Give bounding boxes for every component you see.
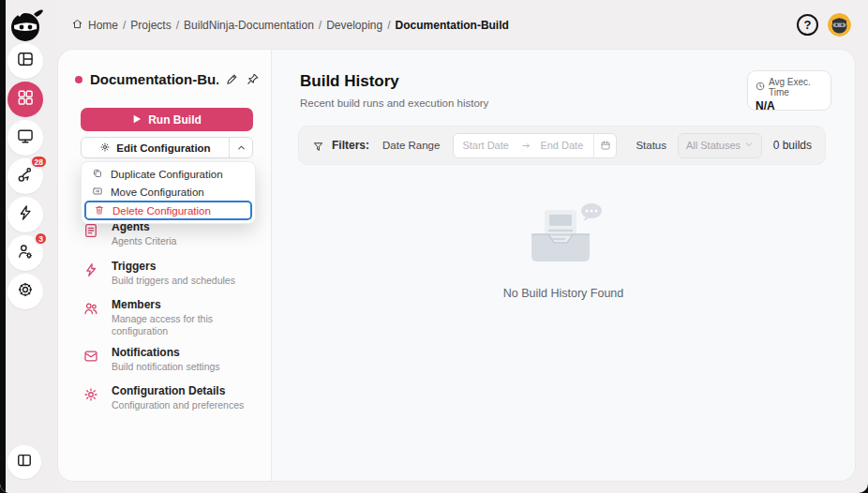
avatar[interactable]: [828, 13, 851, 37]
edit-pencil-icon[interactable]: [225, 72, 239, 86]
status-select[interactable]: All Statuses: [678, 133, 762, 158]
breadcrumb-item-current: Documentation-Build: [396, 19, 509, 32]
play-icon: [132, 113, 142, 127]
sidebar-item-projects[interactable]: [7, 82, 43, 117]
filters-label: Filters:: [332, 139, 369, 152]
nav-item-subtitle: Build triggers and schedules: [112, 275, 235, 287]
sidebar-item-actions[interactable]: [7, 197, 43, 232]
configuration-title-row: Documentation-Bu...: [75, 71, 260, 87]
pipeline-branch-icon: [16, 165, 35, 187]
config-gear-icon: [82, 386, 99, 403]
panel-toggle-icon: [15, 451, 34, 473]
trigger-lightning-icon: [82, 261, 99, 278]
content-card: Documentation-Bu... Run Build: [58, 50, 855, 481]
chevron-up-icon: [236, 140, 247, 157]
trash-icon: [94, 204, 105, 217]
nav-item-subtitle: Agents Criteria: [112, 235, 176, 247]
app-window: 28 3: [0, 0, 868, 493]
pin-icon[interactable]: [246, 72, 260, 86]
empty-state: No Build History Found: [272, 202, 855, 300]
start-date-input[interactable]: Start Date: [454, 134, 521, 157]
arrow-right-icon: [521, 134, 531, 157]
nav-item-subtitle: Configuration and preferences: [112, 399, 244, 411]
sidebar-item-settings[interactable]: [7, 274, 43, 309]
build-history-panel: Build History Recent build runs and exec…: [272, 50, 855, 481]
menu-item-label: Duplicate Configuration: [111, 169, 223, 180]
config-nav-triggers[interactable]: Triggers Build triggers and schedules: [82, 260, 263, 287]
status-select-value: All Statuses: [686, 140, 741, 151]
edit-configuration-main[interactable]: Edit Configuration: [82, 138, 229, 157]
user-gear-icon: [16, 242, 35, 264]
page-title: Build History: [300, 72, 399, 91]
empty-state-message: No Build History Found: [503, 287, 624, 300]
breadcrumb-separator: /: [319, 19, 322, 32]
document-icon: [82, 222, 99, 239]
breadcrumb-item-subproject[interactable]: Developing: [326, 19, 382, 32]
breadcrumb-item-project[interactable]: BuildNinja-Documentation: [184, 19, 314, 32]
help-button[interactable]: ?: [797, 14, 818, 36]
pipelines-badge: 28: [30, 155, 48, 169]
edit-configuration-button[interactable]: Edit Configuration: [81, 137, 253, 158]
menu-item-label: Delete Configuration: [112, 205, 211, 217]
nav-item-subtitle: Manage access for this configuration: [112, 313, 247, 336]
calendar-icon[interactable]: [593, 134, 616, 157]
sidebar-item-user-management[interactable]: 3: [7, 235, 43, 271]
move-folder-icon: [92, 186, 103, 199]
menu-item-move-configuration[interactable]: Move Configuration: [84, 183, 252, 201]
end-date-input[interactable]: End Date: [531, 134, 593, 157]
breadcrumb-item-home[interactable]: Home: [88, 19, 118, 32]
nav-item-subtitle: Build notification settings: [112, 361, 220, 373]
config-nav-agents[interactable]: Agents Agents Criteria: [82, 220, 263, 247]
avg-exec-time-label: Avg Exec. Time: [769, 77, 823, 97]
nav-item-title: Notifications: [112, 346, 220, 359]
nav-item-title: Members: [112, 298, 247, 311]
edit-configuration-menu: Duplicate Configuration Move Configurati…: [81, 161, 256, 224]
nav-item-title: Triggers: [112, 260, 235, 273]
date-range-picker[interactable]: Start Date End Date: [453, 133, 617, 158]
monitor-icon: [16, 127, 35, 149]
avg-exec-time-value: N/A: [756, 99, 823, 112]
edit-configuration-caret[interactable]: [229, 138, 252, 157]
config-nav-configuration-details[interactable]: Configuration Details Configuration and …: [82, 384, 263, 411]
date-range-label: Date Range: [382, 140, 440, 151]
avg-exec-time-card: Avg Exec. Time N/A: [747, 70, 831, 111]
nav-item-title: Configuration Details: [112, 384, 244, 397]
sidebar-item-monitor[interactable]: [7, 120, 43, 156]
page-subtitle: Recent build runs and execution history: [300, 97, 488, 109]
menu-item-delete-configuration[interactable]: Delete Configuration: [84, 201, 252, 220]
configuration-panel: Documentation-Bu... Run Build: [58, 50, 272, 481]
edit-configuration-label: Edit Configuration: [116, 142, 210, 154]
menu-item-label: Move Configuration: [111, 187, 204, 198]
breadcrumb-separator: /: [387, 19, 390, 32]
question-mark-icon: ?: [804, 18, 812, 32]
rail-black-edge: [0, 0, 6, 493]
breadcrumb-separator: /: [176, 19, 179, 32]
breadcrumb-item-projects[interactable]: Projects: [130, 19, 171, 32]
apps-grid-icon: [16, 88, 35, 111]
home-icon: [71, 18, 83, 33]
top-bar: Home / Projects / BuildNinja-Documentati…: [58, 0, 868, 50]
status-dot: [75, 76, 82, 83]
breadcrumb: Home / Projects / BuildNinja-Documentati…: [71, 18, 509, 33]
buildninja-logo: [7, 6, 46, 45]
funnel-icon: [312, 140, 324, 152]
config-nav-members[interactable]: Members Manage access for this configura…: [82, 298, 263, 336]
config-nav-notifications[interactable]: Notifications Build notification setting…: [82, 346, 263, 373]
sidebar-item-pipelines[interactable]: 28: [7, 158, 43, 194]
run-build-label: Run Build: [148, 113, 202, 127]
sidebar-item-dashboard[interactable]: [7, 43, 43, 79]
sidebar-item-collapse[interactable]: [7, 445, 41, 479]
empty-inbox-icon: [518, 202, 608, 276]
menu-item-duplicate-configuration[interactable]: Duplicate Configuration: [84, 165, 252, 183]
users-badge: 3: [34, 232, 48, 246]
gear-icon: [99, 142, 111, 155]
settings-gear-icon: [16, 280, 35, 303]
run-build-button[interactable]: Run Build: [81, 108, 253, 131]
members-icon: [82, 300, 99, 317]
chevron-down-icon: [744, 140, 754, 151]
builds-count: 0 builds: [773, 139, 812, 152]
clock-icon: [756, 82, 765, 93]
filters-bar: Filters: Date Range Start Date End Date: [298, 126, 826, 165]
copy-icon: [92, 168, 103, 181]
lightning-icon: [16, 203, 35, 226]
